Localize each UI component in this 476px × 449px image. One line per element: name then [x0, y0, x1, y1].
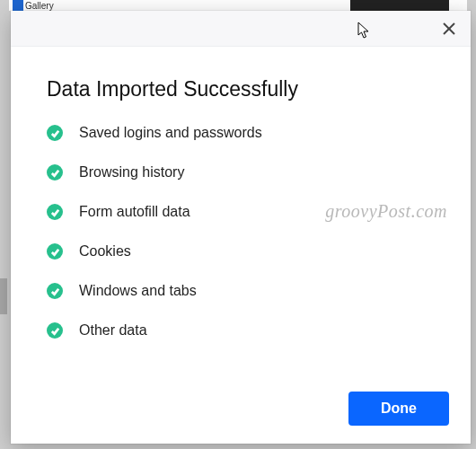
tab-favicon — [13, 0, 23, 11]
list-item: Other data — [47, 322, 435, 339]
background-dark-block — [350, 0, 449, 11]
dialog-title: Data Imported Successfully — [47, 77, 435, 101]
check-icon — [47, 243, 63, 260]
check-icon — [47, 125, 63, 141]
dialog-body: Data Imported Successfully Saved logins … — [11, 47, 471, 383]
list-item: Browsing history — [47, 164, 435, 180]
close-button[interactable] — [438, 18, 460, 40]
done-button[interactable]: Done — [348, 392, 449, 426]
dialog-footer: Done — [11, 383, 471, 444]
list-item: Form autofill data — [47, 204, 435, 220]
list-item: Saved logins and passwords — [47, 125, 435, 141]
item-label: Other data — [79, 322, 147, 339]
background-scrollbar — [0, 278, 7, 314]
close-icon — [443, 22, 455, 35]
import-success-dialog: Data Imported Successfully Saved logins … — [11, 11, 471, 444]
check-icon — [47, 322, 63, 339]
item-label: Saved logins and passwords — [79, 125, 262, 141]
item-label: Form autofill data — [79, 204, 190, 220]
item-label: Browsing history — [79, 164, 184, 180]
item-label: Windows and tabs — [79, 283, 197, 299]
import-list: Saved logins and passwords Browsing hist… — [47, 125, 435, 339]
list-item: Windows and tabs — [47, 283, 435, 299]
check-icon — [47, 164, 63, 180]
check-icon — [47, 283, 63, 299]
list-item: Cookies — [47, 243, 435, 260]
dialog-header — [11, 11, 471, 47]
tab-label: Gallery — [25, 1, 54, 11]
check-icon — [47, 204, 63, 220]
item-label: Cookies — [79, 243, 131, 260]
